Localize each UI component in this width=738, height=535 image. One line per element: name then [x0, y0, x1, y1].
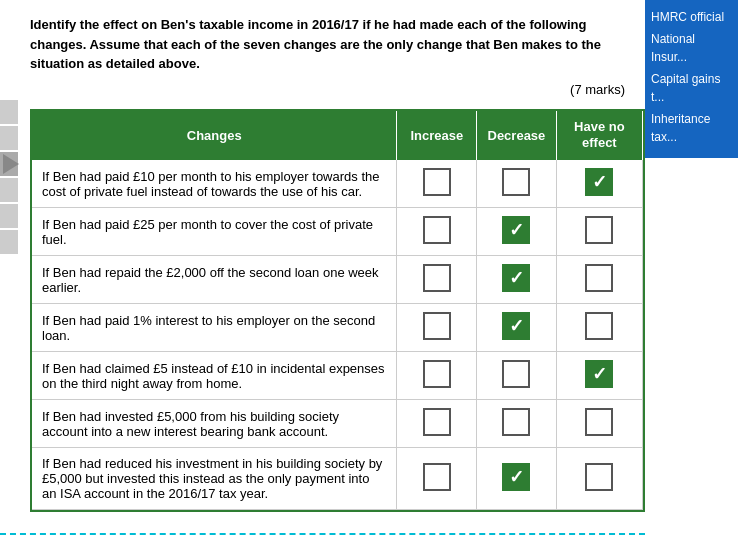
row-5-decrease-cell[interactable]	[477, 400, 557, 448]
row-3-decrease-checkbox[interactable]	[502, 312, 530, 340]
main-content: Identify the effect on Ben's taxable inc…	[0, 0, 645, 527]
row-3-text: If Ben had paid 1% interest to his emplo…	[32, 304, 397, 352]
row-5-increase-checkbox[interactable]	[423, 408, 451, 436]
row-6-noeffect-checkbox[interactable]	[585, 463, 613, 491]
left-navigation	[0, 100, 18, 254]
row-1-decrease-checkbox[interactable]	[502, 216, 530, 244]
row-6-decrease-checkbox[interactable]	[502, 463, 530, 491]
table-row: If Ben had paid £25 per month to cover t…	[32, 208, 643, 256]
question-text: Identify the effect on Ben's taxable inc…	[30, 15, 625, 74]
row-2-increase-checkbox[interactable]	[423, 264, 451, 292]
nav-arrow-1[interactable]	[0, 100, 18, 124]
row-4-decrease-cell[interactable]	[477, 352, 557, 400]
row-2-increase-cell[interactable]	[397, 256, 477, 304]
row-3-decrease-cell[interactable]	[477, 304, 557, 352]
row-4-increase-cell[interactable]	[397, 352, 477, 400]
row-0-increase-checkbox[interactable]	[423, 168, 451, 196]
row-5-decrease-checkbox[interactable]	[502, 408, 530, 436]
table-row: If Ben had paid 1% interest to his emplo…	[32, 304, 643, 352]
nav-arrow-4[interactable]	[0, 204, 18, 228]
row-2-decrease-checkbox[interactable]	[502, 264, 530, 292]
row-5-increase-cell[interactable]	[397, 400, 477, 448]
row-6-noeffect-cell[interactable]	[556, 448, 642, 510]
col-header-changes: Changes	[32, 111, 397, 161]
row-4-text: If Ben had claimed £5 instead of £10 in …	[32, 352, 397, 400]
row-0-text: If Ben had paid £10 per month to his emp…	[32, 160, 397, 208]
col-header-increase: Increase	[397, 111, 477, 161]
row-6-increase-checkbox[interactable]	[423, 463, 451, 491]
row-2-noeffect-cell[interactable]	[556, 256, 642, 304]
row-4-noeffect-checkbox[interactable]	[585, 360, 613, 388]
row-4-increase-checkbox[interactable]	[423, 360, 451, 388]
row-0-noeffect-checkbox[interactable]	[585, 168, 613, 196]
table-row: If Ben had reduced his investment in his…	[32, 448, 643, 510]
row-0-increase-cell[interactable]	[397, 160, 477, 208]
sidebar-link-inheritance[interactable]: Inheritance tax...	[651, 110, 732, 146]
row-2-text: If Ben had repaid the £2,000 off the sec…	[32, 256, 397, 304]
row-6-increase-cell[interactable]	[397, 448, 477, 510]
sidebar: HMRC official National Insur... Capital …	[645, 0, 738, 158]
table-row: If Ben had repaid the £2,000 off the sec…	[32, 256, 643, 304]
nav-arrow-2[interactable]	[0, 126, 18, 150]
row-6-decrease-cell[interactable]	[477, 448, 557, 510]
row-0-decrease-checkbox[interactable]	[502, 168, 530, 196]
row-2-decrease-cell[interactable]	[477, 256, 557, 304]
row-4-decrease-checkbox[interactable]	[502, 360, 530, 388]
row-1-noeffect-checkbox[interactable]	[585, 216, 613, 244]
row-1-increase-cell[interactable]	[397, 208, 477, 256]
nav-arrow-active[interactable]	[0, 152, 18, 176]
row-3-noeffect-cell[interactable]	[556, 304, 642, 352]
row-4-noeffect-cell[interactable]	[556, 352, 642, 400]
col-header-decrease: Decrease	[477, 111, 557, 161]
answer-table: Changes Increase Decrease Have no effect…	[32, 111, 643, 511]
nav-arrow-3[interactable]	[0, 178, 18, 202]
nav-arrow-5[interactable]	[0, 230, 18, 254]
col-header-no-effect: Have no effect	[556, 111, 642, 161]
table-row: If Ben had paid £10 per month to his emp…	[32, 160, 643, 208]
row-3-increase-checkbox[interactable]	[423, 312, 451, 340]
row-5-noeffect-cell[interactable]	[556, 400, 642, 448]
row-0-decrease-cell[interactable]	[477, 160, 557, 208]
sidebar-link-national[interactable]: National Insur...	[651, 30, 732, 66]
row-5-noeffect-checkbox[interactable]	[585, 408, 613, 436]
row-2-noeffect-checkbox[interactable]	[585, 264, 613, 292]
row-3-increase-cell[interactable]	[397, 304, 477, 352]
row-1-increase-checkbox[interactable]	[423, 216, 451, 244]
sidebar-link-capital[interactable]: Capital gains t...	[651, 70, 732, 106]
sidebar-link-hmrc[interactable]: HMRC official	[651, 8, 732, 26]
row-1-decrease-cell[interactable]	[477, 208, 557, 256]
row-1-text: If Ben had paid £25 per month to cover t…	[32, 208, 397, 256]
row-3-noeffect-checkbox[interactable]	[585, 312, 613, 340]
table-row: If Ben had claimed £5 instead of £10 in …	[32, 352, 643, 400]
row-5-text: If Ben had invested £5,000 from his buil…	[32, 400, 397, 448]
marks-label: (7 marks)	[30, 82, 625, 97]
answer-table-container: Changes Increase Decrease Have no effect…	[30, 109, 645, 513]
row-0-noeffect-cell[interactable]	[556, 160, 642, 208]
table-row: If Ben had invested £5,000 from his buil…	[32, 400, 643, 448]
row-6-text: If Ben had reduced his investment in his…	[32, 448, 397, 510]
row-1-noeffect-cell[interactable]	[556, 208, 642, 256]
